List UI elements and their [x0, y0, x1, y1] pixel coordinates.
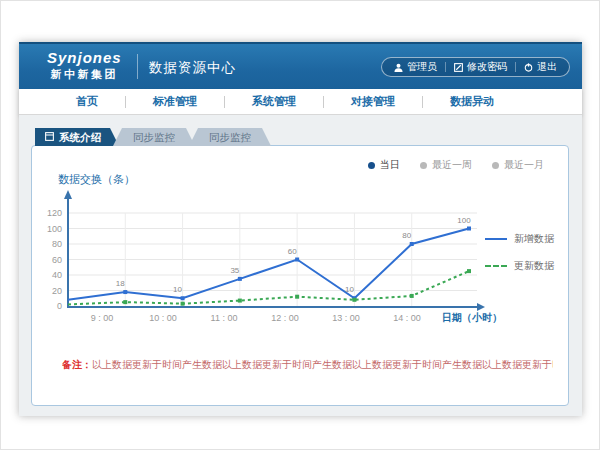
data-point-label: 80 [402, 231, 411, 240]
power-icon [524, 63, 533, 72]
data-point [181, 296, 185, 300]
data-point-label: 60 [288, 247, 297, 256]
data-point [352, 298, 356, 302]
x-tick-label: 14 : 00 [393, 313, 421, 323]
data-point-label: 35 [230, 266, 239, 275]
data-point-label: 10 [345, 285, 354, 294]
data-point [238, 299, 242, 303]
logo-subtext: 新中新集团 [47, 68, 122, 82]
radio-selected-icon [368, 162, 375, 169]
data-point-label: 10 [173, 285, 182, 294]
chart-legend: 新增数据 更新数据 [485, 232, 554, 286]
tab-sync-monitor-2-label: 同步监控 [209, 131, 251, 143]
footnote-label: 备注： [62, 359, 92, 370]
filter-today[interactable]: 当日 [368, 158, 400, 172]
filter-last-week-label: 最近一周 [432, 158, 472, 172]
line-chart: 0204060801001209 : 0010 : 0011 : 0012 : … [42, 189, 562, 329]
content-area: 系统介绍 同步监控 同步监控 当日 最近一周 [19, 115, 582, 416]
tab-system-intro[interactable]: 系统介绍 [35, 128, 119, 146]
chart-panel: 当日 最近一周 最近一月 数据交换（条） 0204060801001209 : … [31, 145, 569, 406]
user-icon [394, 63, 403, 72]
legend-item-new-data[interactable]: 新增数据 [485, 232, 554, 246]
x-tick-label: 10 : 00 [149, 313, 177, 323]
legend-label-new-data: 新增数据 [514, 232, 554, 246]
tab-system-intro-label: 系统介绍 [59, 128, 101, 146]
user-menu-admin-label: 管理员 [407, 60, 437, 74]
legend-line-dashed [485, 265, 507, 267]
y-tick-label: 60 [52, 255, 62, 265]
data-point [295, 258, 299, 262]
y-tick-label: 40 [52, 270, 62, 280]
footnote: 备注：以上数据更新于时间产生数据以上数据更新于时间产生数据以上数据更新于时间产生… [62, 358, 553, 372]
filter-last-week[interactable]: 最近一周 [420, 158, 472, 172]
data-point [410, 294, 414, 298]
app-header: Synjones 新中新集团 数据资源中心 管理员 修改密码 [19, 42, 582, 89]
tab-sync-monitor-2[interactable]: 同步监控 [189, 128, 271, 146]
user-menu: 管理员 修改密码 退出 [381, 57, 570, 77]
company-logo[interactable]: Synjones 新中新集团 [47, 49, 122, 82]
x-tick-label: 12 : 00 [271, 313, 299, 323]
data-point [467, 227, 471, 231]
y-axis-arrow-icon [64, 190, 72, 199]
legend-line-solid [485, 238, 507, 240]
edit-icon [454, 63, 463, 72]
app-window: Synjones 新中新集团 数据资源中心 管理员 修改密码 [19, 42, 582, 416]
data-point [410, 242, 414, 246]
y-tick-label: 0 [57, 301, 62, 311]
window-icon [45, 128, 54, 146]
logout-button[interactable]: 退出 [516, 60, 565, 74]
radio-icon [420, 162, 427, 169]
x-tick-label: 13 : 00 [332, 313, 360, 323]
main-nav: 首页 标准管理 系统管理 对接管理 数据异动 [19, 89, 582, 115]
data-point-label: 18 [116, 279, 125, 288]
legend-label-update-data: 更新数据 [514, 259, 554, 273]
nav-item-data-change[interactable]: 数据异动 [423, 94, 521, 109]
radio-icon [492, 162, 499, 169]
x-tick-label: 9 : 00 [91, 313, 114, 323]
data-point [467, 269, 471, 273]
filter-today-label: 当日 [380, 158, 400, 172]
nav-item-interface-mgmt[interactable]: 对接管理 [324, 94, 422, 109]
filter-last-month-label: 最近一月 [504, 158, 544, 172]
header-divider [137, 54, 138, 79]
change-password-label: 修改密码 [467, 60, 507, 74]
data-point [238, 277, 242, 281]
series-line-1 [68, 271, 469, 304]
data-point [123, 290, 127, 294]
y-tick-label: 20 [52, 286, 62, 296]
change-password-button[interactable]: 修改密码 [446, 60, 515, 74]
tab-sync-monitor-1-label: 同步监控 [133, 131, 175, 143]
x-axis-arrow-icon [477, 303, 485, 311]
tab-sync-monitor-1[interactable]: 同步监控 [113, 128, 195, 146]
y-tick-label: 120 [47, 208, 62, 218]
tab-bar: 系统介绍 同步监控 同步监控 [35, 128, 271, 146]
time-range-filters: 当日 最近一周 最近一月 [368, 158, 544, 172]
nav-item-standard-mgmt[interactable]: 标准管理 [126, 94, 224, 109]
user-menu-admin[interactable]: 管理员 [386, 60, 445, 74]
logout-label: 退出 [537, 60, 557, 74]
data-point-label: 100 [457, 216, 471, 225]
filter-last-month[interactable]: 最近一月 [492, 158, 544, 172]
page-title: 数据资源中心 [149, 59, 236, 77]
page-background: Synjones 新中新集团 数据资源中心 管理员 修改密码 [0, 0, 600, 450]
y-axis-title: 数据交换（条） [58, 172, 135, 187]
x-axis-title: 日期（小时） [442, 312, 502, 323]
footnote-text: 以上数据更新于时间产生数据以上数据更新于时间产生数据以上数据更新于时间产生数据以… [92, 359, 553, 370]
y-tick-label: 100 [47, 224, 62, 234]
y-tick-label: 80 [52, 239, 62, 249]
data-point [123, 300, 127, 304]
data-point [181, 302, 185, 306]
logo-text: Synjones [47, 49, 122, 68]
nav-item-system-mgmt[interactable]: 系统管理 [225, 94, 323, 109]
data-point [295, 295, 299, 299]
legend-item-update-data[interactable]: 更新数据 [485, 259, 554, 273]
nav-item-home[interactable]: 首页 [49, 94, 125, 109]
x-tick-label: 11 : 00 [211, 313, 238, 323]
